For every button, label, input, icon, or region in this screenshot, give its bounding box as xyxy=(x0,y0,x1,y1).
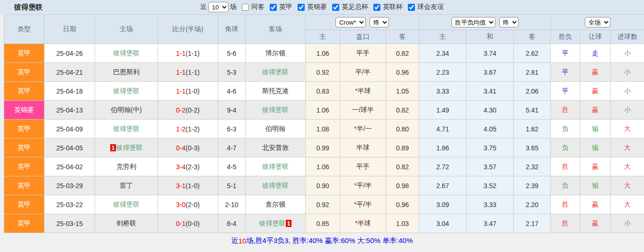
score-cell: 0-1(0-0) xyxy=(158,214,218,233)
halftime-score: (2-3) xyxy=(185,163,200,171)
spread-result-text: 输 xyxy=(592,125,599,132)
filter-checkbox-0[interactable] xyxy=(242,4,249,11)
europe-state-select[interactable]: 终 xyxy=(499,17,519,27)
away-cell: 斯托克港 xyxy=(246,82,306,101)
halftime-score: (0-0) xyxy=(185,220,200,227)
home-cell: 雷丁 xyxy=(95,176,158,195)
league-filter-toggles: 同客英甲英锦赛英足总杯英联杯球会友谊 xyxy=(238,3,445,11)
spread-result-cell: 赢 xyxy=(580,63,611,82)
scope-select[interactable]: 全场 xyxy=(585,17,610,27)
filter-label-3: 英足总杯 xyxy=(342,3,368,10)
away-team-name: 彼得堡联 xyxy=(262,163,289,170)
spread-result-text: 赢 xyxy=(592,200,599,208)
away-team-name: 彼得堡联 xyxy=(262,68,289,76)
euro-away-odds: 3.65 xyxy=(514,139,551,157)
home-team-name: 雷丁 xyxy=(120,182,133,189)
table-row: 英甲 25-04-21 巴恩斯利 1-1(1-1) 5-3 彼得堡联 0.92 … xyxy=(4,63,644,82)
home-team-name: 伯明翰(中) xyxy=(111,106,141,113)
goals-result-text: 小 xyxy=(624,219,631,227)
handicap-line: *半/一 xyxy=(340,120,386,139)
result-cell: 平 xyxy=(551,44,580,63)
handicap-line-text: 平手 xyxy=(356,163,370,170)
header-ah-line: 盘口 xyxy=(340,30,386,44)
table-row: 英锦赛 25-04-13 伯明翰(中) 0-2(0-2) 9-4 彼得堡联 1.… xyxy=(4,101,644,120)
result-text: 胜 xyxy=(562,200,569,208)
date-cell: 25-04-05 xyxy=(44,139,95,157)
handicap-line: 一/球半 xyxy=(340,101,386,120)
date-cell: 25-04-09 xyxy=(44,120,95,139)
goals-result-cell: 小 xyxy=(611,214,644,233)
fulltime-score: 1-1 xyxy=(176,69,185,76)
away-cell: 彼得堡联 xyxy=(246,157,306,176)
goals-result-text: 大 xyxy=(624,144,631,151)
handicap-home-odds: 1.06 xyxy=(306,44,340,63)
europe-odds-select[interactable]: 胜平负均值 xyxy=(451,17,495,27)
table-row: 英甲 25-04-18 彼得堡联 1-1(1-0) 4-6 斯托克港 0.83 … xyxy=(4,82,644,101)
handicap-away-odds: 0.80 xyxy=(386,120,419,139)
away-team-name: 伯明翰 xyxy=(265,125,285,132)
goals-result-text: 小 xyxy=(624,68,631,76)
filter-checkbox-2[interactable] xyxy=(298,4,305,11)
rank-badge: 1 xyxy=(286,220,291,227)
handicap-line-text: 平手 xyxy=(356,49,370,57)
company-state-select[interactable]: 终 xyxy=(370,17,389,27)
filter-checkbox-1[interactable] xyxy=(270,4,277,11)
handicap-away-odds: 0.96 xyxy=(386,195,419,214)
filter-checkbox-3[interactable] xyxy=(332,4,339,11)
europe-odds-group-header: 胜平负均值 终 xyxy=(419,15,551,30)
filter-checkbox-4[interactable] xyxy=(373,4,380,11)
away-cell: 彼得堡联1 xyxy=(246,214,306,233)
spread-result-cell: 赢 xyxy=(580,157,611,176)
euro-home-odds: 2.67 xyxy=(419,176,467,195)
goals-result-text: 大 xyxy=(624,163,631,170)
header-eu-draw: 和 xyxy=(467,30,514,44)
result-cell: 平 xyxy=(551,82,580,101)
handicap-home-odds: 1.06 xyxy=(306,157,340,176)
home-cell: 巴恩斯利 xyxy=(95,63,158,82)
fulltime-score: 0-1 xyxy=(176,220,185,227)
spread-result-text: 赢 xyxy=(592,87,599,95)
home-cell: 彼得堡联 xyxy=(95,195,158,214)
euro-away-odds: 2.17 xyxy=(514,214,551,233)
result-cell: 负 xyxy=(551,139,580,157)
filter-checkbox-5[interactable] xyxy=(408,4,415,11)
euro-draw-odds: 3.52 xyxy=(467,176,514,195)
rank-badge: 1 xyxy=(110,144,115,151)
match-history-table: 类型 日期 主场 比分(半场) 角球 客场 Crow* 终 胜 xyxy=(4,14,644,233)
handicap-line-text: 半球 xyxy=(358,87,371,95)
header-score: 比分(半场) xyxy=(158,15,218,44)
result-text: 负 xyxy=(562,182,569,189)
halftime-score: (1-1) xyxy=(185,69,200,76)
league-cell: 英甲 xyxy=(4,195,44,214)
euro-draw-odds: 4.05 xyxy=(467,120,514,139)
league-cell: 英甲 xyxy=(4,120,44,139)
home-team-name: 彼得堡联 xyxy=(113,87,140,95)
handicap-line: 平/半 xyxy=(340,63,386,82)
score-cell: 1-1(1-1) xyxy=(158,44,218,63)
fulltime-score: 1-2 xyxy=(176,125,185,133)
handicap-away-odds: 1.05 xyxy=(386,82,419,101)
league-badge: 英甲 xyxy=(4,82,44,100)
halftime-score: (1-2) xyxy=(185,125,200,133)
halftime-score: (0-2) xyxy=(185,106,200,114)
matches-count-select[interactable]: 10 xyxy=(208,2,229,12)
home-cell: 克劳利 xyxy=(95,157,158,176)
corner-cell: 9-4 xyxy=(218,101,246,120)
table-row: 英甲 25-04-02 克劳利 3-4(2-3) 4-5 彼得堡联 1.06 平… xyxy=(4,157,644,176)
company-select[interactable]: Crow* xyxy=(335,17,366,27)
spread-result-cell: 走 xyxy=(580,44,611,63)
halftime-score: (0-3) xyxy=(185,144,200,152)
result-cell: 负 xyxy=(551,120,580,139)
table-row: 英甲 25-04-26 彼得堡联 1-1(1-1) 5-6 博尔顿 1.06 平… xyxy=(4,44,644,63)
handicap-home-odds: 0.90 xyxy=(306,176,340,195)
header-ah-home: 主 xyxy=(306,30,340,44)
table-row: 英甲 25-04-05 1彼得堡联 0-4(0-3) 4-7 北安普敦 0.99… xyxy=(4,139,644,157)
handicap-home-odds: 1.06 xyxy=(306,101,340,120)
handicap-line: *平/半 xyxy=(340,176,386,195)
header-goals: 进球数 xyxy=(611,30,644,44)
score-cell: 1-1(1-0) xyxy=(158,82,218,101)
summary-line: 近10场,胜4平3负3, 胜率:40% 赢率:60% 大:50% 单率:40% xyxy=(0,233,644,248)
spread-result-text: 赢 xyxy=(592,163,599,170)
league-badge: 英甲 xyxy=(4,157,44,176)
handicap-home-odds: 1.08 xyxy=(306,120,340,139)
